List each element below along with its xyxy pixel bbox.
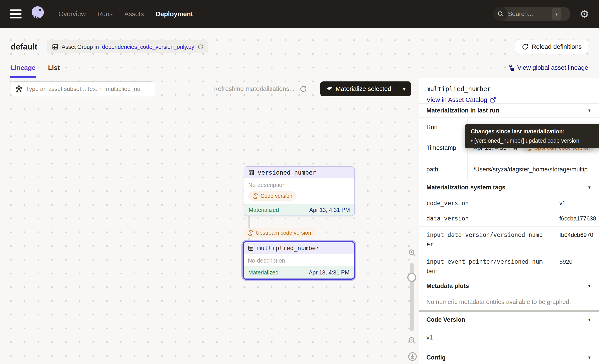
- materialized-status: Materialized: [248, 269, 279, 276]
- section-code-version[interactable]: Code Version ▼: [419, 312, 599, 327]
- page-content: default Asset Group in dependencies_code…: [0, 28, 599, 364]
- sync-alert-icon: !: [247, 230, 253, 236]
- download-image-icon[interactable]: [407, 352, 417, 362]
- chevron-down-icon[interactable]: ▼: [587, 355, 591, 360]
- external-link-icon: [490, 97, 496, 103]
- sync-alert-icon: !: [252, 193, 258, 199]
- tag-row-data-version: data_version f6ccba177638: [419, 210, 599, 226]
- chevron-down-icon[interactable]: ▼: [587, 108, 591, 113]
- refresh-status: Refreshing materializations...: [213, 81, 307, 96]
- tooltip-item: • [versioned_number] updated code versio…: [471, 138, 595, 144]
- asset-details-panel: multiplied_number View in Asset Catalog …: [419, 78, 599, 364]
- dagster-logo-icon[interactable]: [28, 5, 47, 23]
- reload-definitions-button[interactable]: Reload definitions: [515, 40, 588, 54]
- asset-description: No description: [244, 254, 354, 266]
- tooltip-title: Changes since last materialization:: [471, 128, 595, 135]
- lineage-edge: [248, 213, 250, 242]
- asset-table-icon: [248, 245, 254, 251]
- asset-node-multiplied-number[interactable]: multiplied_number No description Materia…: [243, 241, 355, 280]
- chevron-down-icon[interactable]: ▼: [587, 284, 591, 288]
- view-in-asset-catalog-link[interactable]: View in Asset Catalog: [426, 96, 592, 104]
- sparkle-icon: ✦✦: [326, 85, 332, 93]
- materialized-timestamp[interactable]: Apr 13, 4:31 PM: [309, 269, 349, 276]
- code-version-value: v1: [419, 327, 599, 350]
- code-version-tag[interactable]: ! Code version: [248, 191, 296, 201]
- refresh-icon[interactable]: [197, 44, 203, 50]
- asset-name: versioned_number: [258, 169, 316, 176]
- section-system-tags[interactable]: Materialization system tags ▼: [419, 180, 599, 195]
- asset-name: multiplied_number: [257, 244, 319, 251]
- search-input[interactable]: [508, 10, 546, 17]
- search-shortcut-badge: /: [552, 8, 561, 20]
- edge-upstream-code-version-tag[interactable]: ! Upstream code version: [243, 228, 315, 238]
- asset-group-label: Asset Group in: [62, 44, 99, 50]
- zoom-slider-handle[interactable]: [407, 273, 416, 282]
- top-nav: Overview Runs Assets Deployment / ⚙: [0, 0, 599, 28]
- menu-icon[interactable]: [10, 9, 22, 18]
- tag-row-code-version: code_version v1: [419, 195, 599, 210]
- settings-gear-icon[interactable]: ⚙: [579, 9, 589, 19]
- view-global-lineage-link[interactable]: View global asset lineage: [507, 64, 588, 71]
- materialize-dropdown-caret[interactable]: ▾: [397, 81, 411, 96]
- asset-node-versioned-number[interactable]: versioned_number No description ! Code v…: [244, 166, 355, 216]
- tag-row-input-data-version: input_data_version/versioned_number fb04…: [419, 226, 599, 253]
- reload-icon: [522, 43, 528, 50]
- storage-path-link[interactable]: /Users/sryza/dagster_home/storage/multip: [474, 166, 588, 173]
- materialized-status: Materialized: [249, 207, 279, 213]
- asset-description: No description: [244, 178, 354, 191]
- section-metadata-plots[interactable]: Metadata plots ▼: [419, 278, 599, 294]
- tab-lineage[interactable]: Lineage: [11, 58, 35, 78]
- section-materialization-last-run[interactable]: Materialization in last run ▼: [419, 104, 599, 117]
- metadata-plots-note: No numeric metadata entries available to…: [419, 294, 599, 310]
- nav-item-deployment[interactable]: Deployment: [156, 10, 193, 18]
- primary-nav: Overview Runs Assets Deployment: [59, 10, 193, 18]
- section-config[interactable]: Config ▼: [419, 350, 599, 364]
- asset-group-pill[interactable]: Asset Group in dependencies_code_version…: [47, 40, 208, 53]
- row-path: path /Users/sryza/dagster_home/storage/m…: [419, 159, 599, 180]
- materialize-selected-button[interactable]: ✦✦ Materialize selected ▾: [320, 81, 411, 96]
- zoom-in-icon[interactable]: [408, 249, 416, 257]
- asset-subset-input[interactable]: [26, 86, 151, 93]
- page-header: default Asset Group in dependencies_code…: [0, 28, 599, 58]
- graph-filter-icon: [15, 85, 23, 93]
- view-tabs: Lineage List View global asset lineage: [0, 58, 599, 78]
- horizontal-scrollbar[interactable]: [419, 310, 599, 312]
- asset-group-file-link[interactable]: dependencies_code_version_only.py: [102, 44, 194, 50]
- asset-table-icon: [248, 169, 255, 176]
- svg-text:!: !: [255, 195, 256, 198]
- global-search[interactable]: /: [493, 7, 570, 21]
- tag-row-input-event-pointer: input_event_pointer/versioned_number 592…: [419, 253, 599, 278]
- chevron-down-icon[interactable]: ▼: [587, 185, 591, 190]
- materialized-timestamp[interactable]: Apr 13, 4:31 PM: [309, 207, 350, 213]
- lineage-graph-canvas[interactable]: Refreshing materializations... ✦✦ Materi…: [0, 78, 419, 364]
- chevron-down-icon[interactable]: ▼: [587, 317, 591, 322]
- nav-item-overview[interactable]: Overview: [59, 10, 86, 18]
- tab-list[interactable]: List: [48, 58, 60, 78]
- search-icon: [493, 7, 508, 21]
- panel-asset-title: multiplied_number: [426, 85, 592, 93]
- nav-item-runs[interactable]: Runs: [97, 10, 113, 18]
- asset-subset-filter[interactable]: [11, 81, 155, 96]
- svg-text:!: !: [250, 232, 251, 235]
- asset-group-icon: [52, 43, 59, 50]
- nav-item-assets[interactable]: Assets: [124, 10, 144, 18]
- lineage-graph-icon: [507, 64, 514, 71]
- changes-tooltip: Changes since last materialization: • [v…: [465, 124, 599, 148]
- page-title: default: [11, 42, 37, 52]
- zoom-out-icon[interactable]: [408, 336, 416, 345]
- refresh-materializations-icon[interactable]: [300, 85, 307, 93]
